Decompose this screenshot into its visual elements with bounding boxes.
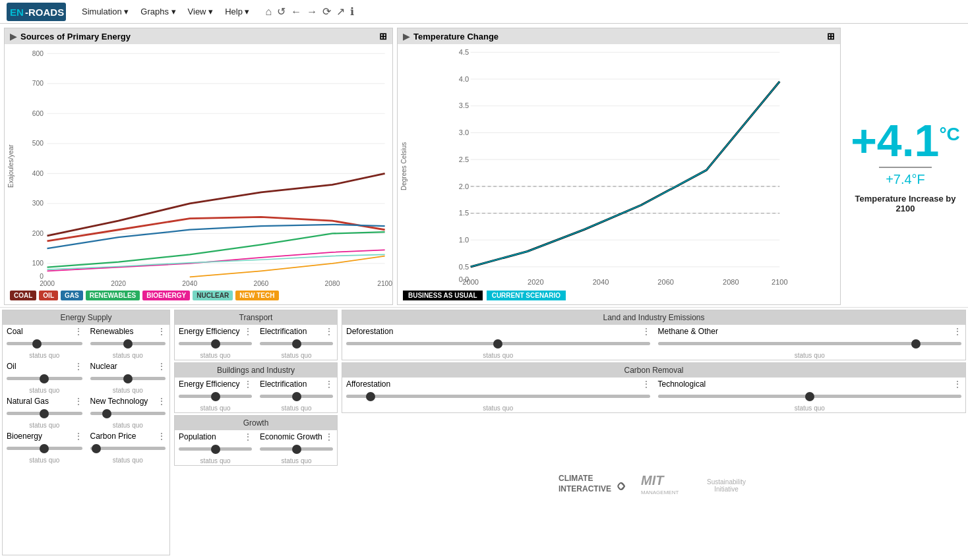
- newtech-menu[interactable]: ⋮: [158, 397, 166, 406]
- temp-chart-expand[interactable]: ⊞: [827, 31, 835, 42]
- afforestation-control: Afforestation ⋮ status quo: [342, 378, 654, 412]
- nuclear-slider[interactable]: [90, 373, 166, 385]
- deforestation-status: status quo: [346, 352, 650, 359]
- afforestation-menu[interactable]: ⋮: [642, 379, 650, 389]
- oil-menu[interactable]: ⋮: [75, 362, 82, 371]
- population-label: Population: [179, 432, 216, 441]
- deforestation-menu[interactable]: ⋮: [642, 327, 650, 336]
- back-icon[interactable]: ←: [291, 6, 301, 18]
- temp-chart-play[interactable]: ▶: [403, 32, 409, 42]
- legend-renewables[interactable]: RENEWABLES: [86, 291, 140, 300]
- coal-control: Coal ⋮ status quo: [3, 325, 86, 360]
- svg-text:0: 0: [40, 273, 44, 280]
- svg-text:INTERACTIVE: INTERACTIVE: [559, 484, 611, 493]
- nav-help[interactable]: Help ▾: [220, 5, 255, 18]
- economic-growth-label: Economic Growth: [260, 432, 322, 441]
- legend-coal[interactable]: COAL: [10, 291, 36, 300]
- buildings-electrification-status: status quo: [260, 405, 333, 412]
- bioenergy-control: Bioenergy ⋮ status quo: [3, 430, 86, 464]
- bioenergy-slider[interactable]: [7, 443, 82, 455]
- methane-slider[interactable]: [658, 338, 962, 350]
- gas-status: status quo: [7, 422, 82, 429]
- forward-icon[interactable]: →: [307, 6, 317, 18]
- svg-text:2080: 2080: [723, 278, 739, 286]
- info-icon[interactable]: ℹ: [350, 5, 354, 18]
- legend-oil[interactable]: OIL: [39, 291, 58, 300]
- transport-efficiency-menu[interactable]: ⋮: [244, 327, 252, 336]
- energy-chart-play[interactable]: ▶: [10, 32, 16, 42]
- bioenergy-menu[interactable]: ⋮: [75, 432, 82, 441]
- nuclear-status: status quo: [90, 387, 166, 394]
- afforestation-slider[interactable]: [346, 391, 650, 403]
- gas-menu[interactable]: ⋮: [75, 397, 82, 406]
- reload-icon[interactable]: ⟳: [322, 5, 331, 18]
- newtech-slider[interactable]: [90, 408, 166, 420]
- gas-slider[interactable]: [7, 408, 82, 420]
- transport-electrification-slider[interactable]: [260, 338, 333, 350]
- svg-text:700: 700: [32, 80, 44, 87]
- coal-status: status quo: [7, 352, 82, 359]
- legend-bau[interactable]: BUSINESS AS USUAL: [403, 291, 483, 300]
- economic-growth-menu[interactable]: ⋮: [325, 432, 333, 441]
- renewables-slider[interactable]: [90, 338, 166, 350]
- nav-graphs[interactable]: Graphs ▾: [135, 5, 181, 18]
- renewables-status: status quo: [90, 352, 166, 359]
- legend-nuclear[interactable]: NUCLEAR: [193, 291, 233, 300]
- transport-electrification-control: Electrification ⋮ status quo: [256, 325, 337, 360]
- svg-text:2040: 2040: [593, 278, 609, 286]
- svg-text:CLIMATE: CLIMATE: [559, 474, 593, 483]
- svg-text:3.5: 3.5: [459, 101, 469, 109]
- growth-title: Growth: [175, 416, 337, 430]
- newtech-control: New Technology ⋮ status quo: [86, 395, 170, 430]
- transport-panel: Transport Energy Efficiency ⋮ status quo: [174, 310, 338, 360]
- logo[interactable]: EN -ROADS: [7, 3, 66, 21]
- nav-simulation[interactable]: Simulation ▾: [76, 5, 134, 18]
- svg-text:1.0: 1.0: [459, 236, 469, 244]
- control-panels: Energy Supply Coal ⋮ status quo Renewabl…: [0, 307, 968, 557]
- carbonprice-menu[interactable]: ⋮: [158, 432, 166, 441]
- svg-text:2.5: 2.5: [459, 155, 469, 163]
- energy-legend: COAL OIL GAS RENEWABLES BIOENERGY NUCLEA…: [5, 288, 392, 304]
- svg-text:2100: 2100: [771, 278, 788, 286]
- afforestation-status: status quo: [346, 405, 650, 412]
- svg-text:EN: EN: [10, 7, 24, 18]
- svg-text:600: 600: [32, 110, 44, 117]
- mit-logo: MIT MANAGEMENT: [638, 466, 690, 505]
- export-icon[interactable]: ↗: [336, 5, 345, 18]
- transport-efficiency-slider[interactable]: [179, 338, 252, 350]
- nav-view[interactable]: View ▾: [183, 5, 219, 18]
- deforestation-slider[interactable]: [346, 338, 650, 350]
- coal-slider[interactable]: [7, 338, 82, 350]
- oil-slider[interactable]: [7, 373, 82, 385]
- population-slider[interactable]: [179, 443, 252, 455]
- legend-gas[interactable]: GAS: [61, 291, 83, 300]
- technological-slider[interactable]: [658, 391, 962, 403]
- technological-control: Technological ⋮ status quo: [654, 378, 966, 412]
- legend-newtech[interactable]: NEW TECH: [235, 291, 278, 300]
- buildings-efficiency-status: status quo: [179, 405, 252, 412]
- oil-label: Oil: [7, 362, 16, 371]
- carbonprice-slider[interactable]: [90, 443, 166, 455]
- energy-chart-expand[interactable]: ⊞: [379, 31, 387, 42]
- buildings-efficiency-menu[interactable]: ⋮: [244, 379, 252, 389]
- economic-growth-control: Economic Growth ⋮ status quo: [256, 430, 337, 465]
- buildings-electrification-menu[interactable]: ⋮: [325, 379, 333, 389]
- legend-current[interactable]: CURRENT SCENARIO: [487, 291, 566, 300]
- coal-menu[interactable]: ⋮: [75, 327, 82, 336]
- population-menu[interactable]: ⋮: [244, 432, 252, 441]
- economic-growth-slider[interactable]: [260, 443, 333, 455]
- svg-text:2060: 2060: [657, 278, 674, 286]
- nuclear-menu[interactable]: ⋮: [158, 362, 166, 371]
- transport-electrification-menu[interactable]: ⋮: [325, 327, 333, 336]
- buildings-panel: Buildings and Industry Energy Efficiency…: [174, 362, 338, 413]
- refresh-icon[interactable]: ↺: [277, 5, 286, 18]
- methane-menu[interactable]: ⋮: [953, 327, 961, 336]
- svg-text:200: 200: [32, 230, 44, 237]
- legend-bioenergy[interactable]: BIOENERGY: [142, 291, 190, 300]
- home-icon[interactable]: ⌂: [265, 6, 272, 18]
- renewables-menu[interactable]: ⋮: [158, 327, 166, 336]
- transport-column: Transport Energy Efficiency ⋮ status quo: [174, 310, 338, 555]
- buildings-electrification-slider[interactable]: [260, 391, 333, 403]
- buildings-efficiency-slider[interactable]: [179, 391, 252, 403]
- technological-menu[interactable]: ⋮: [953, 379, 961, 389]
